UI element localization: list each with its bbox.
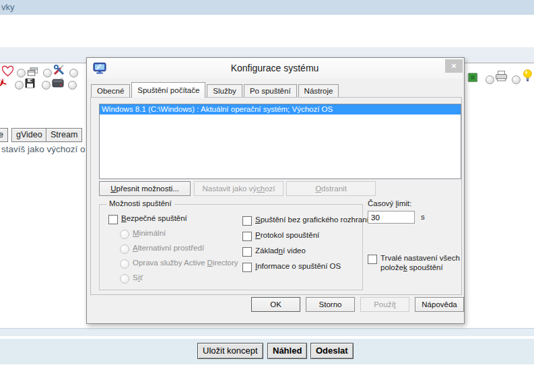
safe-boot-ad-repair-label: Oprava služby Active Directory	[133, 259, 238, 267]
chip-icon	[467, 72, 478, 83]
submit-button[interactable]: Odeslat	[310, 343, 354, 359]
no-gui-boot-checkbox[interactable]	[242, 216, 252, 226]
timeout-label: Časový limit:	[368, 199, 411, 207]
top-bar-text: vky	[1, 0, 15, 15]
tab-po-spusteni[interactable]: Po spuštění	[244, 84, 297, 97]
safe-boot-minimal-radio	[120, 230, 129, 239]
make-permanent-checkbox[interactable]	[368, 255, 377, 264]
timeout-input[interactable]	[368, 211, 415, 224]
timeout-unit: s	[421, 213, 425, 221]
tab-nastroje[interactable]: Nástroje	[298, 84, 339, 97]
disk-icon	[52, 77, 64, 88]
os-boot-info-label: Informace o spuštění OS	[255, 262, 341, 270]
safe-boot-network-radio	[120, 274, 129, 284]
tab-spusteni-pocitace[interactable]: Spuštění počítače	[131, 82, 205, 98]
partial-button[interactable]: e	[0, 128, 8, 142]
advanced-options-button[interactable]: Upřesnit možnosti...	[99, 181, 191, 196]
preview-button[interactable]: Náhled	[267, 343, 307, 359]
stream-button[interactable]: Stream	[46, 128, 82, 142]
base-video-label: Základní video	[255, 247, 306, 255]
help-button[interactable]: Nápověda	[415, 297, 464, 312]
icon-radio[interactable]	[17, 69, 26, 77]
tools-icon	[53, 64, 66, 76]
boot-options-group-label: Možnosti spuštění	[106, 199, 174, 207]
bulb-icon	[523, 69, 533, 82]
tab-bar: Obecné Spuštění počítače Služby Po spušt…	[91, 82, 339, 98]
safe-boot-network-label: Síť	[133, 273, 143, 282]
page: vky	[0, 0, 534, 392]
boot-tab-panel: Windows 8.1 (C:\Windows) : Aktuální oper…	[90, 97, 462, 295]
footer-strip	[0, 328, 534, 336]
boot-log-checkbox[interactable]	[242, 232, 252, 241]
icon-radio[interactable]	[43, 69, 52, 77]
heart-icon	[1, 65, 14, 77]
make-permanent-label: Trvalé nastavení všech položek spouštění	[380, 253, 464, 272]
dialog-title: Konfigurace systému	[87, 58, 463, 79]
close-icon[interactable]: ×	[445, 59, 463, 73]
boot-log-label: Protokol spouštění	[255, 231, 319, 239]
copy-icon	[27, 67, 38, 77]
pdf-icon	[0, 77, 7, 88]
safe-boot-alternate-shell-label: Alternativní prostředí	[133, 244, 204, 252]
icon-radio[interactable]	[42, 81, 51, 90]
top-bar	[0, 0, 534, 15]
gvideo-button[interactable]: gVideo	[11, 128, 47, 142]
tab-obecne[interactable]: Obecné	[91, 84, 130, 97]
base-video-checkbox[interactable]	[242, 247, 252, 257]
icon-radio[interactable]	[512, 75, 521, 84]
page-caption: stavíš jako výchozí o	[1, 144, 86, 154]
safe-boot-ad-repair-radio	[120, 259, 129, 269]
delete-button: Odstranit	[286, 181, 376, 196]
icon-radio[interactable]	[69, 69, 78, 77]
floppy-icon	[25, 78, 35, 88]
system-configuration-dialog: Konfigurace systému × Obecné Spuštění po…	[86, 57, 465, 324]
safe-boot-checkbox[interactable]	[108, 215, 118, 224]
safe-boot-label: Bezpečné spuštění	[121, 214, 187, 222]
safe-boot-minimal-label: Minimální	[133, 229, 166, 237]
boot-list-item[interactable]: Windows 8.1 (C:\Windows) : Aktuální oper…	[100, 104, 461, 115]
printer-icon	[494, 70, 508, 81]
tab-sluzby[interactable]: Služby	[207, 84, 242, 97]
boot-options-group: Možnosti spuštění Bezpečné spuštění Mini…	[99, 204, 363, 290]
icon-radio[interactable]	[15, 81, 24, 90]
no-gui-boot-label: Spuštění bez grafického rozhraní	[255, 216, 369, 224]
boot-list: Windows 8.1 (C:\Windows) : Aktuální oper…	[99, 104, 461, 179]
cancel-button[interactable]: Storno	[306, 297, 355, 312]
safe-boot-alternate-shell-radio	[120, 244, 129, 254]
icon-radio[interactable]	[68, 81, 77, 90]
apply-button: Použít	[360, 297, 409, 312]
save-draft-button[interactable]: Uložit koncept	[197, 343, 263, 359]
os-boot-info-checkbox[interactable]	[242, 263, 252, 272]
icon-radio[interactable]	[486, 75, 494, 84]
set-as-default-button: Nastavit jako výchozí	[194, 181, 283, 196]
ok-button[interactable]: OK	[251, 297, 300, 312]
